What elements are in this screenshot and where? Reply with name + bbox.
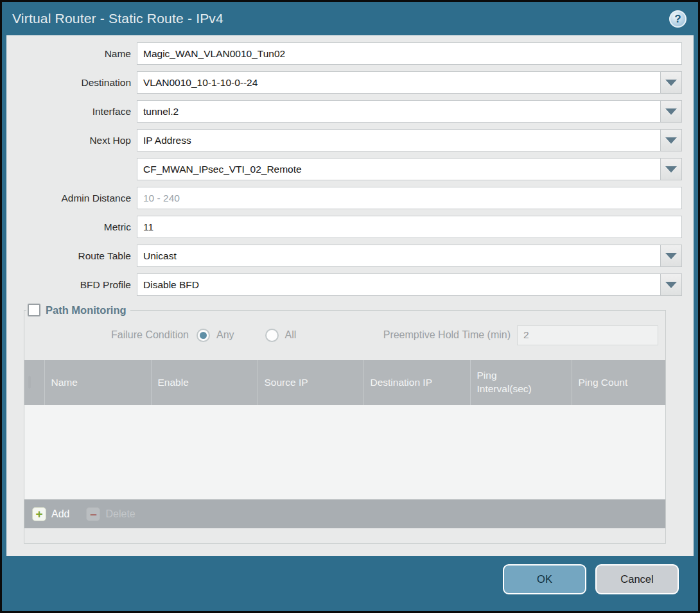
admin-distance-input[interactable]: [137, 187, 682, 209]
chevron-down-icon: [665, 253, 677, 259]
add-button[interactable]: + Add: [32, 507, 69, 521]
metric-input[interactable]: [137, 216, 682, 238]
dialog-content: Name Destination Interface: [6, 35, 694, 556]
preemptive-hold-time-label: Preemptive Hold Time (min): [383, 329, 517, 341]
column-header-name: Name: [44, 360, 151, 405]
minus-icon: –: [86, 507, 100, 521]
destination-input[interactable]: [137, 71, 661, 94]
failure-condition-options: Any All: [197, 329, 320, 342]
interface-dropdown-button[interactable]: [661, 100, 682, 123]
column-header-ping-interval: Ping Interval(sec): [470, 360, 572, 405]
destination-row: Destination: [6, 71, 682, 94]
interface-row: Interface: [6, 100, 682, 123]
radio-any[interactable]: [197, 329, 210, 342]
interface-input[interactable]: [137, 100, 661, 123]
chevron-down-icon: [665, 80, 677, 86]
column-header-destination-ip: Destination IP: [363, 360, 470, 405]
column-header-ping-count: Ping Count: [572, 360, 665, 405]
path-monitoring-section: Path Monitoring Failure Condition Any Al…: [24, 304, 666, 544]
destination-dropdown-button[interactable]: [661, 71, 682, 94]
column-header-source-ip: Source IP: [258, 360, 363, 405]
next-hop-row: Next Hop: [6, 129, 682, 151]
radio-all[interactable]: [265, 329, 279, 342]
bfd-profile-label: BFD Profile: [6, 279, 137, 291]
add-button-label: Add: [51, 508, 69, 520]
path-monitoring-table: Name Enable Source IP Destination IP Pin…: [24, 360, 665, 528]
failure-condition-label: Failure Condition: [24, 329, 197, 341]
bfd-profile-input[interactable]: [137, 273, 661, 296]
dialog-footer: OK Cancel: [2, 556, 698, 611]
path-monitoring-checkbox[interactable]: [28, 304, 40, 316]
name-row: Name: [6, 42, 682, 65]
chevron-down-icon: [665, 282, 677, 288]
chevron-down-icon: [665, 108, 677, 115]
route-table-row: Route Table: [6, 245, 682, 267]
destination-label: Destination: [6, 77, 137, 89]
dialog-titlebar: Virtual Router - Static Route - IPv4 ?: [2, 2, 698, 35]
next-hop-type-input[interactable]: [137, 129, 661, 151]
delete-button[interactable]: – Delete: [86, 507, 135, 521]
static-route-dialog: Virtual Router - Static Route - IPv4 ? N…: [0, 0, 700, 613]
bfd-profile-row: BFD Profile: [6, 273, 682, 296]
help-icon[interactable]: ?: [669, 10, 687, 28]
table-empty-body: [24, 405, 665, 499]
next-hop-label: Next Hop: [6, 135, 137, 146]
name-label: Name: [6, 48, 137, 60]
path-monitoring-legend: Path Monitoring: [26, 304, 130, 316]
select-all-checkbox[interactable]: [28, 376, 31, 389]
route-table-input[interactable]: [137, 245, 661, 267]
plus-icon: +: [32, 507, 46, 521]
path-monitoring-title: Path Monitoring: [46, 304, 127, 316]
radio-all-label: All: [285, 329, 297, 341]
route-table-label: Route Table: [6, 250, 137, 262]
next-hop-address-dropdown-button[interactable]: [661, 158, 682, 180]
cancel-button[interactable]: Cancel: [595, 564, 679, 594]
table-toolbar: + Add – Delete: [24, 499, 665, 528]
dialog-title: Virtual Router - Static Route - IPv4: [12, 11, 669, 26]
metric-row: Metric: [6, 216, 682, 238]
next-hop-address-row: [6, 158, 682, 180]
delete-button-label: Delete: [105, 508, 135, 520]
admin-distance-label: Admin Distance: [6, 193, 137, 204]
table-header-row: Name Enable Source IP Destination IP Pin…: [24, 360, 665, 405]
chevron-down-icon: [665, 166, 677, 173]
failure-condition-row: Failure Condition Any All Preemptive Hol…: [24, 324, 665, 346]
name-input[interactable]: [137, 42, 682, 65]
radio-any-label: Any: [216, 329, 234, 341]
ok-button[interactable]: OK: [503, 564, 586, 594]
bfd-profile-dropdown-button[interactable]: [661, 273, 682, 296]
interface-label: Interface: [6, 106, 137, 117]
chevron-down-icon: [665, 137, 677, 144]
admin-distance-row: Admin Distance: [6, 187, 682, 209]
column-header-enable: Enable: [151, 360, 258, 405]
next-hop-address-input[interactable]: [137, 158, 661, 180]
preemptive-hold-time-input[interactable]: [517, 325, 658, 345]
route-table-dropdown-button[interactable]: [661, 245, 682, 267]
next-hop-type-dropdown-button[interactable]: [661, 129, 682, 151]
metric-label: Metric: [6, 221, 137, 233]
